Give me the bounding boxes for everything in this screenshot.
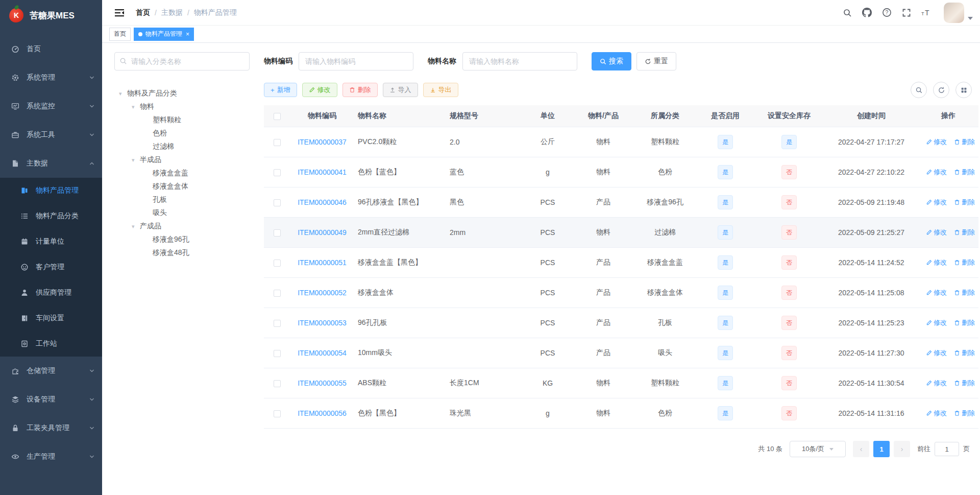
edit-button[interactable]: 修改 <box>302 83 337 97</box>
code-filter-input[interactable] <box>299 52 413 70</box>
row-edit-button[interactable]: 修改 <box>926 288 947 297</box>
tree-node[interactable]: ▾ 物料 <box>114 100 250 113</box>
import-button[interactable]: 导入 <box>383 83 418 97</box>
tree-node[interactable]: ▾ 移液盒盒体 <box>114 180 250 193</box>
row-edit-button[interactable]: 修改 <box>926 168 947 177</box>
prev-page-button[interactable]: ‹ <box>853 441 869 457</box>
sidebar-item-masterdata[interactable]: 主数据 <box>0 149 102 178</box>
breadcrumb-home[interactable]: 首页 <box>136 8 150 17</box>
add-button[interactable]: + 新增 <box>264 83 297 97</box>
table-row[interactable]: ITEM00000041 色粉【蓝色】 蓝色 g 物料 色粉 是 否 2022-… <box>264 157 978 187</box>
row-delete-button[interactable]: 删除 <box>954 409 975 418</box>
tree-node[interactable]: ▾ 孔板 <box>114 193 250 206</box>
header-search-button[interactable] <box>838 0 857 26</box>
item-code-link[interactable]: ITEM00000052 <box>298 289 347 297</box>
tree-node[interactable]: ▾ 产成品 <box>114 220 250 233</box>
sidebar-item-system[interactable]: 系统管理 <box>0 63 102 92</box>
help-button[interactable]: ? <box>877 0 897 26</box>
item-code-link[interactable]: ITEM00000053 <box>298 319 347 327</box>
tree-node[interactable]: ▾ 移液盒48孔 <box>114 246 250 260</box>
breadcrumb-masterdata[interactable]: 主数据 <box>161 8 183 17</box>
table-row[interactable]: ITEM00000049 2mm直径过滤棉 2mm PCS 物料 过滤棉 是 否… <box>264 218 978 248</box>
row-checkbox[interactable] <box>274 139 281 146</box>
row-delete-button[interactable]: 删除 <box>954 288 975 297</box>
row-edit-button[interactable]: 修改 <box>926 198 947 207</box>
row-edit-button[interactable]: 修改 <box>926 258 947 267</box>
column-settings-button[interactable] <box>955 82 972 98</box>
table-row[interactable]: ITEM00000053 96孔孔板 PCS 产品 孔板 是 否 2022-05… <box>264 308 978 338</box>
sidebar-item-home[interactable]: 首页 <box>0 35 102 63</box>
tree-node[interactable]: ▾ 过滤棉 <box>114 140 250 153</box>
tree-node[interactable]: ▾ 塑料颗粒 <box>114 113 250 127</box>
row-edit-button[interactable]: 修改 <box>926 348 947 358</box>
refresh-table-button[interactable] <box>933 82 949 98</box>
next-page-button[interactable]: › <box>894 441 910 457</box>
tree-node[interactable]: ▾ 移液盒96孔 <box>114 233 250 246</box>
row-delete-button[interactable]: 删除 <box>954 137 975 147</box>
user-menu[interactable] <box>944 3 973 23</box>
tag-home[interactable]: 首页 <box>109 28 131 41</box>
item-code-link[interactable]: ITEM00000055 <box>298 379 347 387</box>
sidebar-item-unit[interactable]: 计量单位 <box>0 229 102 254</box>
tree-node[interactable]: ▾ 吸头 <box>114 206 250 220</box>
table-row[interactable]: ITEM00000046 96孔移液盒【黑色】 黑色 PCS 产品 移液盒96孔… <box>264 187 978 218</box>
app-logo[interactable]: K 苦糖果MES <box>0 0 102 31</box>
row-edit-button[interactable]: 修改 <box>926 318 947 327</box>
sidebar-item-material-category[interactable]: 物料产品分类 <box>0 203 102 229</box>
row-checkbox[interactable] <box>274 350 281 357</box>
export-button[interactable]: 导出 <box>423 83 458 97</box>
search-button[interactable]: 搜索 <box>592 52 631 70</box>
fullscreen-button[interactable] <box>897 0 916 26</box>
tree-node[interactable]: ▾ 物料及产品分类 <box>114 87 250 100</box>
name-filter-input[interactable] <box>462 52 577 70</box>
row-checkbox[interactable] <box>274 229 281 237</box>
item-code-link[interactable]: ITEM00000037 <box>298 138 347 146</box>
row-delete-button[interactable]: 删除 <box>954 198 975 207</box>
row-delete-button[interactable]: 删除 <box>954 168 975 177</box>
delete-button[interactable]: 删除 <box>342 83 378 97</box>
show-search-toggle-button[interactable] <box>911 82 927 98</box>
goto-page-input[interactable] <box>935 442 959 456</box>
row-delete-button[interactable]: 删除 <box>954 379 975 388</box>
row-checkbox[interactable] <box>274 320 281 327</box>
table-row[interactable]: ITEM00000052 移液盒盒体 PCS 产品 移液盒盒体 是 否 2022… <box>264 278 978 308</box>
category-search-input[interactable] <box>114 52 250 70</box>
sidebar-item-workshop[interactable]: 车间设置 <box>0 305 102 331</box>
tree-node[interactable]: ▾ 色粉 <box>114 127 250 140</box>
table-row[interactable]: ITEM00000037 PVC2.0颗粒 2.0 公斤 物料 塑料颗粒 是 是… <box>264 127 978 157</box>
tag-close-icon[interactable]: × <box>186 31 189 37</box>
page-number-1[interactable]: 1 <box>873 441 890 457</box>
tree-expand-caret[interactable]: ▾ <box>132 157 137 163</box>
row-edit-button[interactable]: 修改 <box>926 409 947 418</box>
row-checkbox[interactable] <box>274 290 281 297</box>
table-row[interactable]: ITEM00000051 移液盒盒盖【黑色】 PCS 产品 移液盒盒盖 是 否 … <box>264 248 978 278</box>
user-avatar[interactable] <box>944 3 964 23</box>
row-delete-button[interactable]: 删除 <box>954 258 975 267</box>
item-code-link[interactable]: ITEM00000049 <box>298 228 347 237</box>
row-checkbox[interactable] <box>274 260 281 267</box>
sidebar-item-warehouse[interactable]: 仓储管理 <box>0 357 102 385</box>
row-delete-button[interactable]: 删除 <box>954 348 975 358</box>
item-code-link[interactable]: ITEM00000054 <box>298 349 347 357</box>
tree-expand-caret[interactable]: ▾ <box>119 90 124 97</box>
sidebar-item-production[interactable]: 生产管理 <box>0 442 102 471</box>
sidebar-item-material-management[interactable]: 物料产品管理 <box>0 178 102 203</box>
row-checkbox[interactable] <box>274 380 281 387</box>
row-checkbox[interactable] <box>274 199 281 206</box>
page-size-select[interactable]: 10条/页 <box>790 441 846 457</box>
sidebar-item-supplier[interactable]: 供应商管理 <box>0 280 102 305</box>
tree-node[interactable]: ▾ 移液盒盒盖 <box>114 167 250 180</box>
sidebar-item-workstation[interactable]: 工作站 <box>0 331 102 357</box>
font-size-button[interactable]: TT <box>916 0 937 26</box>
tag-material-management[interactable]: 物料产品管理 × <box>134 28 194 41</box>
row-edit-button[interactable]: 修改 <box>926 137 947 147</box>
row-checkbox[interactable] <box>274 410 281 417</box>
item-code-link[interactable]: ITEM00000046 <box>298 198 347 206</box>
row-checkbox[interactable] <box>274 169 281 176</box>
github-link-button[interactable] <box>857 0 877 26</box>
item-code-link[interactable]: ITEM00000056 <box>298 409 347 417</box>
row-delete-button[interactable]: 删除 <box>954 318 975 327</box>
row-edit-button[interactable]: 修改 <box>926 228 947 237</box>
sidebar-item-equipment[interactable]: 设备管理 <box>0 385 102 414</box>
sidebar-item-tools[interactable]: 系统工具 <box>0 121 102 149</box>
